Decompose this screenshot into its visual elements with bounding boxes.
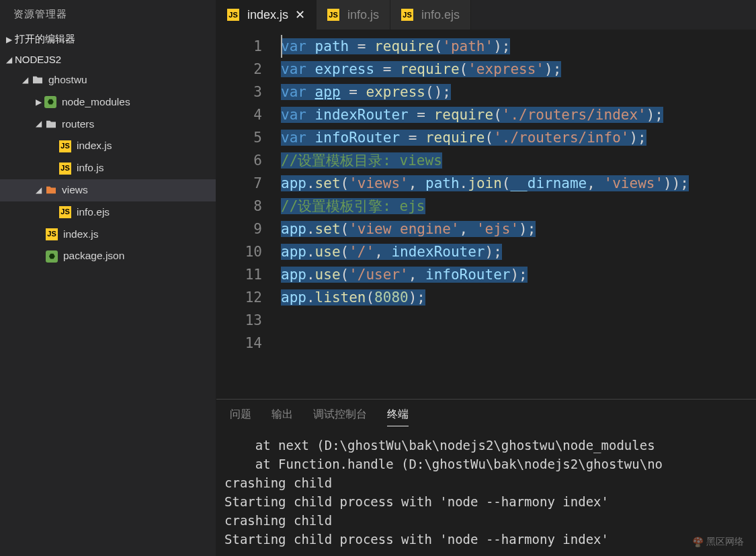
folder-node-modules[interactable]: ▶ ⬣ node_modules <box>0 91 216 113</box>
js-icon: JS <box>46 228 58 240</box>
tab-label: index.js <box>247 8 288 22</box>
chevron-down-icon: ◢ <box>3 55 15 64</box>
panel-tab-terminal[interactable]: 终端 <box>387 408 409 426</box>
editor-tabs: JS index.js ✕ JS info.js JS info.ejs <box>216 0 756 30</box>
js-icon: JS <box>59 163 71 175</box>
folder-icon <box>44 119 58 130</box>
panel-tabs: 问题 输出 调试控制台 终端 <box>216 400 756 433</box>
mushroom-icon: 🍄 <box>692 537 704 547</box>
explorer-sidebar: 资源管理器 ▶ 打开的编辑器 ◢ NODEJS2 ◢ ghostwu ▶ ⬣ n… <box>0 0 216 556</box>
close-icon[interactable]: ✕ <box>295 7 305 22</box>
folder-icon <box>31 75 44 85</box>
folder-label: node_modules <box>62 94 130 111</box>
bottom-panel: 问题 输出 调试控制台 终端 at next (D:\ghostWu\bak\n… <box>216 399 756 556</box>
file-package-json[interactable]: ⬣ package.json <box>0 245 216 267</box>
js-icon: JS <box>59 140 71 152</box>
folder-views[interactable]: ◢ views <box>0 179 216 201</box>
js-icon: JS <box>227 9 239 21</box>
folder-label: views <box>62 182 88 199</box>
chevron-down-icon: ◢ <box>32 118 44 130</box>
chevron-right-icon: ▶ <box>32 96 44 109</box>
panel-tab-debug[interactable]: 调试控制台 <box>313 408 367 426</box>
folder-routers[interactable]: ◢ routers <box>0 113 216 136</box>
tab-label: info.ejs <box>421 8 460 22</box>
line-numbers: 1234567891011121314 <box>216 35 281 399</box>
file-label: info.ejs <box>77 204 110 221</box>
watermark-text: 黑区网络 <box>706 536 744 548</box>
open-editors-label: 打开的编辑器 <box>15 33 75 46</box>
nodejs-icon: ⬣ <box>46 250 58 263</box>
js-icon: JS <box>401 9 413 21</box>
terminal-output[interactable]: at next (D:\ghostWu\bak\nodejs2\ghostwu\… <box>216 433 756 556</box>
file-routers-index[interactable]: JS index.js <box>0 135 216 157</box>
code-content[interactable]: var path = require('path');var express =… <box>281 35 756 399</box>
js-icon: JS <box>327 9 339 21</box>
js-icon: JS <box>59 206 71 218</box>
file-label: info.js <box>77 160 104 177</box>
tab-info-ejs[interactable]: JS info.ejs <box>390 0 471 30</box>
file-label: index.js <box>63 226 99 243</box>
code-editor[interactable]: 1234567891011121314 var path = require('… <box>216 30 756 399</box>
file-info-ejs[interactable]: JS info.ejs <box>0 201 216 224</box>
tab-label: info.js <box>347 8 379 22</box>
panel-tab-problems[interactable]: 问题 <box>230 408 251 426</box>
nodejs-icon: ⬣ <box>44 96 56 108</box>
folder-label: ghostwu <box>48 72 87 89</box>
editor-area: JS index.js ✕ JS info.js JS info.ejs 123… <box>216 0 756 556</box>
folder-ghostwu[interactable]: ◢ ghostwu <box>0 69 216 91</box>
folder-open-icon <box>44 185 58 195</box>
watermark: 🍄 黑区网络 <box>692 536 744 548</box>
workspace-section[interactable]: ◢ NODEJS2 <box>0 50 216 69</box>
file-label: index.js <box>77 138 112 154</box>
tab-info-js[interactable]: JS info.js <box>317 0 390 30</box>
chevron-right-icon: ▶ <box>3 35 15 44</box>
explorer-title: 资源管理器 <box>0 0 216 29</box>
tab-index-js[interactable]: JS index.js ✕ <box>216 0 317 30</box>
file-tree: ◢ ghostwu ▶ ⬣ node_modules ◢ routers JS <box>0 69 216 267</box>
open-editors-section[interactable]: ▶ 打开的编辑器 <box>0 29 216 50</box>
chevron-down-icon: ◢ <box>19 74 31 87</box>
workspace-name: NODEJS2 <box>15 54 61 65</box>
folder-label: routers <box>62 116 94 133</box>
file-label: package.json <box>63 248 124 265</box>
file-routers-info[interactable]: JS info.js <box>0 157 216 179</box>
chevron-down-icon: ◢ <box>32 184 44 197</box>
panel-tab-output[interactable]: 输出 <box>271 408 293 426</box>
file-root-index[interactable]: JS index.js <box>0 224 216 246</box>
